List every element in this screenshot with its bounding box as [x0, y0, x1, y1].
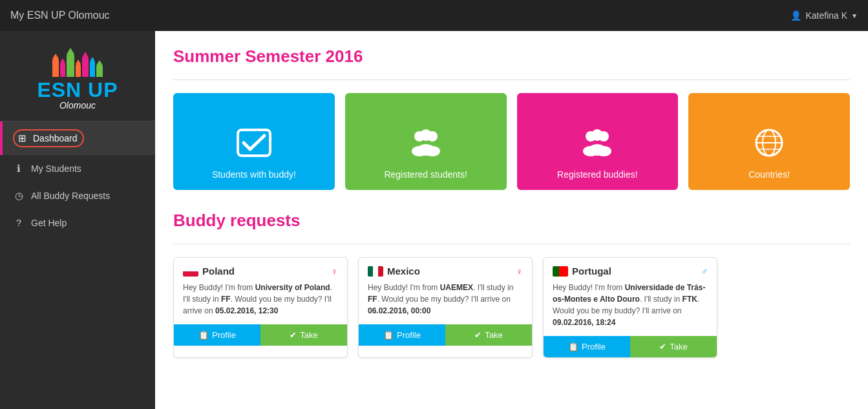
- take-label-mexico: Take: [485, 330, 502, 340]
- country-name-poland: Poland: [202, 266, 235, 277]
- sidebar-item-all-buddy-requests[interactable]: ◷ All Buddy Requests: [0, 182, 155, 209]
- buddy-card-footer-mexico: 📋 Profile ✔ Take: [359, 324, 532, 346]
- stat-card-label-2: Registered students!: [384, 169, 467, 180]
- buddy-card-poland: Poland ♀ Hey Buddy! I'm from University …: [173, 257, 348, 358]
- gender-icon-poland: ♀: [332, 266, 339, 277]
- flag-poland: [183, 266, 198, 277]
- profile-icon-mexico: 📋: [383, 330, 394, 340]
- user-icon: 👤: [790, 10, 801, 21]
- profile-label-portugal: Profile: [582, 342, 606, 351]
- sidebar-label-buddy-requests: All Buddy Requests: [31, 191, 110, 201]
- buddy-card-footer-portugal: 📋 Profile ✔ Take: [544, 336, 717, 357]
- stat-card-registered-students[interactable]: Registered students!: [345, 93, 507, 190]
- profile-button-mexico[interactable]: 📋 Profile: [359, 324, 445, 346]
- buddy-text-portugal: Hey Buddy! I'm from Universidade de Trás…: [553, 282, 708, 328]
- profile-label-mexico: Profile: [397, 330, 421, 340]
- buddy-card-mexico: Mexico ♀ Hey Buddy! I'm from UAEMEX. I'l…: [358, 257, 533, 358]
- logo-esn: ESN UP: [10, 79, 145, 100]
- svg-point-3: [420, 129, 432, 141]
- stat-card-label-4: Countries!: [748, 169, 790, 180]
- my-students-icon: ℹ: [13, 163, 25, 174]
- help-icon: ?: [13, 217, 25, 228]
- buddy-card-header-poland: Poland ♀: [183, 266, 338, 277]
- logo-towers: [10, 41, 145, 77]
- buddy-card-footer-poland: 📋 Profile ✔ Take: [174, 324, 347, 346]
- buddy-requests-icon: ◷: [13, 190, 25, 202]
- profile-button-portugal[interactable]: 📋 Profile: [544, 336, 630, 357]
- flag-portugal: [553, 266, 568, 277]
- divider-2: [173, 244, 850, 244]
- group-icon-2: [578, 127, 617, 164]
- semester-title: Summer Semester 2016: [173, 47, 850, 67]
- caret-icon: ▼: [851, 12, 858, 19]
- user-name: Katefina K: [805, 10, 847, 21]
- sidebar-label-get-help: Get Help: [31, 218, 67, 228]
- sidebar-logo: ESN UP Olomouc: [0, 31, 155, 121]
- country-name-portugal: Portugal: [572, 266, 611, 277]
- flag-mexico: [368, 266, 383, 277]
- stat-cards-container: Students with buddy! Registered students…: [173, 93, 850, 190]
- country-info-mexico: Mexico: [368, 266, 420, 277]
- main-layout: ESN UP Olomouc ⊞ Dashboard ℹ My Students…: [0, 31, 868, 409]
- buddy-text-mexico: Hey Buddy! I'm from UAEMEX. I'll study i…: [368, 282, 523, 317]
- globe-icon: [753, 127, 785, 164]
- take-icon-portugal: ✔: [659, 342, 666, 351]
- svg-point-9: [591, 129, 603, 141]
- top-navbar: My ESN UP Olomouc 👤 Katefina K ▼: [0, 0, 868, 31]
- gender-icon-mexico: ♀: [516, 266, 524, 277]
- svg-point-6: [417, 144, 435, 156]
- buddy-card-body-portugal: Portugal ♂ Hey Buddy! I'm from Universid…: [544, 258, 717, 336]
- stat-card-label-3: Registered buddies!: [557, 169, 638, 180]
- buddy-card-header-portugal: Portugal ♂: [553, 266, 708, 277]
- buddy-card-body-poland: Poland ♀ Hey Buddy! I'm from University …: [174, 258, 347, 324]
- profile-button-poland[interactable]: 📋 Profile: [174, 324, 260, 346]
- country-info-portugal: Portugal: [553, 266, 611, 277]
- dashboard-icon: ⊞: [16, 132, 28, 144]
- group-icon-1: [407, 127, 445, 164]
- profile-icon-poland: 📋: [198, 330, 209, 340]
- svg-point-12: [588, 144, 606, 156]
- buddy-section-title: Buddy requests: [173, 211, 850, 231]
- take-button-poland[interactable]: ✔ Take: [260, 324, 347, 346]
- sidebar: ESN UP Olomouc ⊞ Dashboard ℹ My Students…: [0, 31, 155, 409]
- take-label-portugal: Take: [670, 342, 687, 351]
- brand-title: My ESN UP Olomouc: [10, 10, 110, 21]
- stat-card-students-with-buddy[interactable]: Students with buddy!: [173, 93, 335, 190]
- sidebar-label-dashboard: Dashboard: [33, 133, 78, 143]
- checkmark-icon: [235, 127, 273, 164]
- take-button-mexico[interactable]: ✔ Take: [445, 324, 532, 346]
- user-menu[interactable]: 👤 Katefina K ▼: [790, 10, 858, 21]
- sidebar-item-my-students[interactable]: ℹ My Students: [0, 155, 155, 182]
- take-icon-poland: ✔: [290, 330, 297, 340]
- take-label-poland: Take: [300, 330, 317, 340]
- dashboard-highlight: ⊞ Dashboard: [13, 129, 84, 147]
- sidebar-item-dashboard[interactable]: ⊞ Dashboard: [0, 121, 155, 155]
- take-icon-mexico: ✔: [474, 330, 482, 340]
- divider-1: [173, 79, 850, 80]
- profile-label-poland: Profile: [212, 330, 236, 340]
- country-name-mexico: Mexico: [387, 266, 420, 277]
- gender-icon-portugal: ♂: [701, 266, 708, 277]
- main-content: Summer Semester 2016 Students with buddy…: [155, 31, 868, 409]
- stat-card-label-1: Students with buddy!: [212, 169, 296, 180]
- buddy-card-body-mexico: Mexico ♀ Hey Buddy! I'm from UAEMEX. I'l…: [359, 258, 532, 324]
- sidebar-nav: ⊞ Dashboard ℹ My Students ◷ All Buddy Re…: [0, 121, 155, 236]
- logo-olomouc: Olomouc: [10, 100, 145, 110]
- buddy-text-poland: Hey Buddy! I'm from University of Poland…: [183, 282, 338, 317]
- sidebar-label-my-students: My Students: [31, 163, 81, 174]
- profile-icon-portugal: 📋: [568, 342, 578, 351]
- buddy-card-portugal: Portugal ♂ Hey Buddy! I'm from Universid…: [543, 257, 717, 358]
- sidebar-item-get-help[interactable]: ? Get Help: [0, 209, 155, 236]
- country-info-poland: Poland: [183, 266, 235, 277]
- buddy-cards-container: Poland ♀ Hey Buddy! I'm from University …: [173, 257, 850, 358]
- stat-card-countries[interactable]: Countries!: [688, 93, 850, 190]
- stat-card-registered-buddies[interactable]: Registered buddies!: [517, 93, 679, 190]
- buddy-card-header-mexico: Mexico ♀: [368, 266, 523, 277]
- take-button-portugal[interactable]: ✔ Take: [630, 336, 717, 357]
